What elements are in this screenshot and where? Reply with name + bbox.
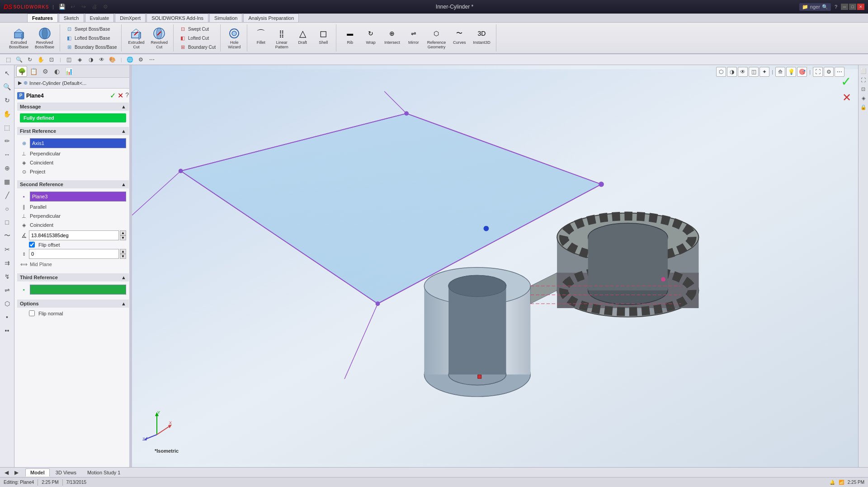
tab-simulation[interactable]: Simulation — [209, 14, 242, 22]
confirm-overlay-cancel[interactable]: ✕ — [842, 91, 851, 104]
right-icon-3[interactable]: ⊡ — [859, 85, 868, 93]
right-icon-4[interactable]: ◈ — [859, 94, 868, 102]
search-box[interactable]: 📁 nger 🔍 — [799, 3, 831, 11]
confirm-overlay-check[interactable]: ✓ — [841, 74, 851, 89]
left-icon-dim[interactable]: ↔ — [1, 148, 14, 161]
tab-sketch[interactable]: Sketch — [59, 14, 84, 22]
cancel-btn[interactable]: ✕ — [118, 91, 123, 100]
angle-spin-up[interactable]: ▲ — [120, 230, 126, 235]
more-btn[interactable]: ⋯ — [147, 55, 156, 64]
left-icon-offset[interactable]: ⇉ — [1, 257, 14, 269]
config-tab[interactable]: ⚙ — [40, 66, 51, 77]
close-btn[interactable]: ✕ — [857, 4, 864, 10]
lofted-boss-btn[interactable]: ◧ Lofted Boss/Base — [64, 34, 118, 42]
tab-analysis[interactable]: Analysis Preparation — [243, 14, 299, 22]
help-icon[interactable]: ? — [835, 4, 837, 9]
redo-btn[interactable]: ↪ — [79, 2, 88, 11]
3d-viewport[interactable]: ⬡ ◑ 👁 ◫ ✦ | ⟰ 💡 🎯 | ⛶ ⚙ ⋯ ✓ ✕ Y X — [132, 65, 858, 467]
left-icon-rect[interactable]: □ — [1, 216, 14, 229]
hole-wizard-btn[interactable]: HoleWizard — [224, 25, 244, 51]
tab-motion[interactable]: Motion Study 1 — [82, 468, 125, 477]
second-ref-input[interactable] — [30, 192, 126, 201]
maximize-btn[interactable]: □ — [849, 4, 856, 10]
boundary-boss-btn[interactable]: ⊞ Boundary Boss/Base — [64, 43, 118, 51]
options-btn[interactable]: ⚙ — [101, 2, 110, 11]
right-icon-1[interactable]: ⬜ — [859, 67, 868, 75]
help-btn[interactable]: ? — [125, 91, 129, 100]
left-icon-block[interactable]: ▦ — [1, 175, 14, 188]
view-hide-btn[interactable]: 👁 — [738, 67, 748, 77]
left-icon-dot2[interactable]: •• — [1, 324, 14, 337]
left-icon-convert[interactable]: ↯ — [1, 270, 14, 283]
appearance-tab[interactable]: ◐ — [52, 66, 62, 77]
left-icon-dot1[interactable]: • — [1, 311, 14, 323]
view-mode-btn[interactable]: ◑ — [727, 67, 737, 77]
left-icon-zoom[interactable]: 🔍 — [1, 80, 14, 93]
quick-save-btn[interactable]: 💾 — [57, 2, 66, 11]
instant3d-btn[interactable]: 3D Instant3D — [470, 25, 493, 51]
print-btn[interactable]: 🖨 — [90, 2, 99, 11]
mirror-btn[interactable]: ⇌ Mirror — [404, 25, 424, 51]
left-icon-pan[interactable]: ✋ — [1, 108, 14, 120]
tab-dimxpert[interactable]: DimXpert — [115, 14, 146, 22]
left-icon-sketch[interactable]: ✏ — [1, 135, 14, 147]
fillet-btn[interactable]: ⌒ Fillet — [251, 25, 271, 51]
rotate-btn[interactable]: ↻ — [25, 55, 34, 64]
second-reference-header[interactable]: Second Reference ▲ — [17, 180, 129, 188]
left-icon-select[interactable]: ↖ — [1, 67, 14, 80]
edit-appearance-btn[interactable]: 🎨 — [108, 55, 117, 64]
view-lights-btn[interactable]: 💡 — [786, 67, 796, 77]
left-icon-ref[interactable]: ⬡ — [1, 297, 14, 310]
intersect-btn[interactable]: ⊕ Intersect — [382, 25, 403, 51]
tab-model[interactable]: Model — [25, 468, 50, 477]
zoom-btn[interactable]: 🔍 — [14, 55, 24, 64]
shell-btn[interactable]: ◻ Shell — [313, 25, 333, 51]
scroll-right-btn[interactable]: ▶ — [12, 468, 21, 477]
boundary-cut-btn[interactable]: ⊞ Boundary Cut — [177, 43, 217, 51]
left-icon-trim[interactable]: ✂ — [1, 243, 14, 256]
zoom-fit-btn[interactable]: ⊡ — [47, 55, 56, 64]
custom-tab[interactable]: 📊 — [63, 66, 74, 77]
rib-btn[interactable]: ▬ Rib — [340, 25, 360, 51]
view-orient-btn[interactable]: ◈ — [75, 55, 85, 64]
message-section-header[interactable]: Message ▲ — [17, 103, 129, 111]
property-tab[interactable]: 📋 — [28, 66, 39, 77]
distance-input[interactable] — [29, 249, 119, 259]
third-reference-header[interactable]: Third Reference ▲ — [17, 273, 129, 281]
left-icon-rotate[interactable]: ↻ — [1, 94, 14, 107]
flip-offset-checkbox[interactable] — [29, 242, 35, 248]
first-reference-header[interactable]: First Reference ▲ — [17, 127, 129, 135]
first-ref-input[interactable] — [30, 138, 126, 148]
view3d-btn[interactable]: ⬚ — [4, 55, 13, 64]
extruded-cut-btn[interactable]: ExtrudedCut — [125, 25, 147, 51]
hide-show-btn[interactable]: 👁 — [97, 55, 106, 64]
angle-spin-down[interactable]: ▼ — [120, 235, 126, 240]
pan-btn[interactable]: ✋ — [36, 55, 45, 64]
tab-3dviews[interactable]: 3D Views — [51, 468, 81, 477]
feature-tree-tab[interactable]: 🌳 — [16, 66, 27, 77]
left-icon-3d[interactable]: ⬚ — [1, 121, 14, 134]
view-appear-btn[interactable]: ✦ — [760, 67, 769, 77]
scene-btn[interactable]: 🌐 — [126, 55, 135, 64]
options-header[interactable]: Options ▲ — [17, 300, 129, 308]
undo-btn[interactable]: ↩ — [68, 2, 77, 11]
right-icon-5[interactable]: 🔒 — [859, 103, 868, 111]
revolved-cut-btn[interactable]: RevolvedCut — [148, 25, 170, 51]
left-icon-line[interactable]: ╱ — [1, 189, 14, 201]
left-icon-mirror[interactable]: ⇌ — [1, 284, 14, 296]
wrap-btn[interactable]: ↻ Wrap — [361, 25, 381, 51]
swept-boss-btn[interactable]: ⊡ Swept Boss/Base — [64, 25, 118, 33]
revolved-boss-btn[interactable]: RevolvedBoss/Base — [32, 25, 57, 51]
view-render-btn[interactable]: 🎯 — [797, 67, 807, 77]
view-ref-btn[interactable]: ⟰ — [775, 67, 785, 77]
view-settings-btn[interactable]: ⚙ — [137, 55, 146, 64]
minimize-btn[interactable]: ─ — [841, 4, 848, 10]
tab-addins[interactable]: SOLIDWORKS Add-Ins — [146, 14, 208, 22]
view-fullscreen-btn[interactable]: ⛶ — [813, 67, 823, 77]
display-mode-btn[interactable]: ◑ — [86, 55, 95, 64]
left-icon-relation[interactable]: ⊕ — [1, 162, 14, 174]
dist-spin-down[interactable]: ▼ — [120, 254, 126, 259]
ok-btn[interactable]: ✓ — [110, 91, 116, 100]
angle-input[interactable] — [29, 230, 119, 240]
left-icon-spline[interactable]: 〜 — [1, 229, 14, 242]
